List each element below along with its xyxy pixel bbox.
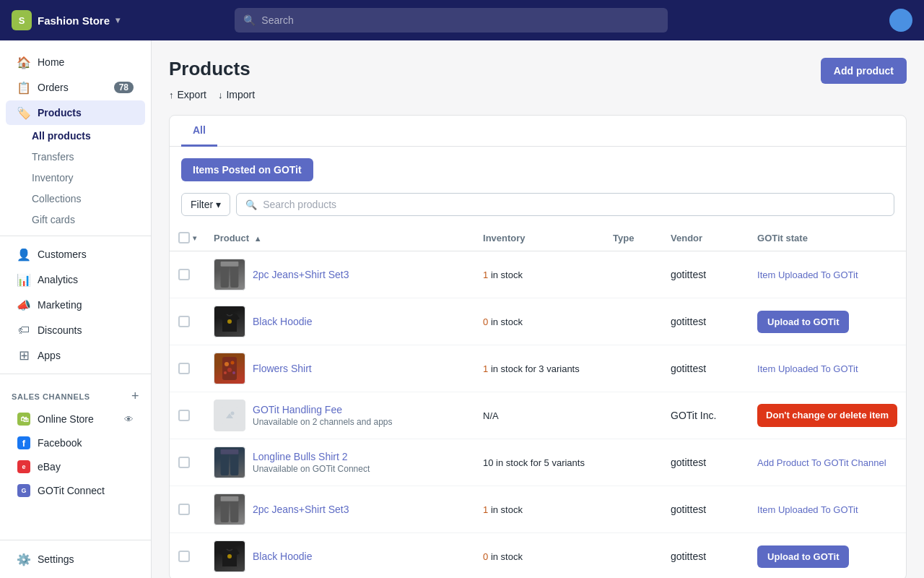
sidebar-item-home[interactable]: 🏠 Home xyxy=(6,50,145,74)
select-all-checkbox[interactable] xyxy=(178,232,190,243)
vendor-cell: gotittest xyxy=(662,345,749,392)
table-row: GOTit Handling Fee Unavailable on 2 chan… xyxy=(170,392,906,439)
product-name-link[interactable]: 2pc Jeans+Shirt Set3 xyxy=(253,504,349,515)
filter-button[interactable]: Filter ▾ xyxy=(181,193,230,216)
sidebar-subitem-collections[interactable]: Collections xyxy=(32,189,145,209)
row-checkbox[interactable] xyxy=(178,457,190,468)
table-row: Black Hoodie 0 in stockgotittestUpload t… xyxy=(170,533,906,579)
sidebar-item-orders[interactable]: 📋 Orders 78 xyxy=(6,75,145,100)
sidebar-subitem-all-products[interactable]: All products xyxy=(32,126,145,146)
col-header-type: Type xyxy=(604,225,662,251)
gotit-state-link[interactable]: Item Uploaded To GOTit xyxy=(757,269,858,280)
search-products-bar: 🔍 xyxy=(236,193,894,216)
row-checkbox[interactable] xyxy=(178,504,190,515)
sidebar: 🏠 Home 📋 Orders 78 🏷️ Products All produ… xyxy=(0,40,152,578)
product-name-link[interactable]: Longline Bulls Shirt 2 xyxy=(253,451,348,462)
sidebar-item-gotit-connect[interactable]: G GOTit Connect xyxy=(6,479,145,502)
row-checkbox[interactable] xyxy=(178,410,190,421)
table-row: 2pc Jeans+Shirt Set3 1 in stockgotittest… xyxy=(170,486,906,533)
gotit-state-link[interactable]: Add Product To GOTit Channel xyxy=(757,457,886,468)
svg-point-18 xyxy=(227,554,232,558)
gotit-state-link[interactable]: Item Uploaded To GOTit xyxy=(757,504,858,515)
page-header: Products ↑ Export ↓ Import Add product xyxy=(169,58,907,103)
import-button[interactable]: ↓ Import xyxy=(218,86,255,103)
add-product-button[interactable]: Add product xyxy=(821,58,907,84)
row-checkbox[interactable] xyxy=(178,363,190,374)
gotit-state-cell: Don't change or delete item xyxy=(749,392,906,439)
export-icon: ↑ xyxy=(169,90,174,100)
product-name-link[interactable]: Black Hoodie xyxy=(253,316,313,327)
tab-all[interactable]: All xyxy=(181,116,217,147)
row-checkbox[interactable] xyxy=(178,269,190,280)
sidebar-item-settings[interactable]: ⚙️ Settings xyxy=(6,547,145,571)
sidebar-item-products[interactable]: 🏷️ Products xyxy=(6,100,145,125)
sidebar-subitem-gift-cards[interactable]: Gift cards xyxy=(32,210,145,230)
gotit-state-cell: Item Uploaded To GOTit xyxy=(749,345,906,392)
sales-channels-title: SALES CHANNELS + xyxy=(0,380,151,407)
dont-change-button[interactable]: Don't change or delete item xyxy=(757,404,897,428)
inventory-cell: 10 in stock for 5 variants xyxy=(474,439,604,486)
product-cell: GOTit Handling Fee Unavailable on 2 chan… xyxy=(205,392,474,439)
inventory-cell: 1 in stock xyxy=(474,486,604,533)
inventory-value: 10 in stock for 5 variants xyxy=(483,457,585,468)
sidebar-item-online-store[interactable]: 🛍 Online Store 👁 xyxy=(6,407,145,431)
gotit-state-link[interactable]: Item Uploaded To GOTit xyxy=(757,363,858,374)
table-row: Longline Bulls Shirt 2 Unavailable on GO… xyxy=(170,439,906,486)
export-button[interactable]: ↑ Export xyxy=(169,86,206,103)
inventory-value: 1 in stock for 3 variants xyxy=(483,363,580,374)
sidebar-label-analytics: Analytics xyxy=(38,274,78,285)
brand-logo[interactable]: S Fashion Store ▾ xyxy=(12,10,120,30)
row-checkbox[interactable] xyxy=(178,551,190,562)
inventory-cell: 1 in stock xyxy=(474,251,604,298)
sidebar-item-marketing[interactable]: 📣 Marketing xyxy=(6,293,145,317)
vendor-cell: gotittest xyxy=(662,251,749,298)
products-table: ▾ Product ▲ Inventory Type Vendor GOTit … xyxy=(170,225,906,578)
vendor-cell: gotittest xyxy=(662,533,749,579)
home-icon: 🏠 xyxy=(17,56,30,69)
product-cell: Black Hoodie xyxy=(205,533,474,579)
sidebar-item-ebay[interactable]: e eBay xyxy=(6,455,145,478)
svg-rect-2 xyxy=(221,262,239,267)
inventory-cell: 0 in stock xyxy=(474,298,604,345)
svg-point-3 xyxy=(227,319,232,324)
sidebar-label-discounts: Discounts xyxy=(38,324,82,336)
main-content: Products ↑ Export ↓ Import Add product xyxy=(152,40,924,578)
search-input[interactable] xyxy=(261,14,659,26)
upload-to-gotit-button[interactable]: Upload to GOTit xyxy=(757,545,849,568)
items-posted-gotit-button[interactable]: Items Posted on GOTit xyxy=(181,158,313,181)
product-name-link[interactable]: GOTit Handling Fee xyxy=(253,404,342,415)
sidebar-item-customers[interactable]: 👤 Customers xyxy=(6,242,145,267)
col-header-product[interactable]: Product ▲ xyxy=(205,225,474,251)
select-dropdown-icon[interactable]: ▾ xyxy=(193,234,196,242)
product-name-link[interactable]: 2pc Jeans+Shirt Set3 xyxy=(253,269,349,280)
sidebar-subitem-transfers[interactable]: Transfers xyxy=(32,147,145,167)
product-name-link[interactable]: Black Hoodie xyxy=(253,551,313,562)
type-cell xyxy=(604,298,662,345)
ebay-label: eBay xyxy=(38,461,61,473)
product-cell: Black Hoodie xyxy=(205,298,474,345)
row-checkbox[interactable] xyxy=(178,316,190,327)
sidebar-item-discounts[interactable]: 🏷 Discounts xyxy=(6,318,145,342)
products-card: All Items Posted on GOTit Filter ▾ 🔍 xyxy=(169,115,907,578)
inventory-cell: 1 in stock for 3 variants xyxy=(474,345,604,392)
search-products-input[interactable] xyxy=(263,199,885,210)
gotit-state-cell: Upload to GOTit xyxy=(749,533,906,579)
product-thumbnail xyxy=(214,400,245,431)
tabs-bar: All xyxy=(170,116,906,147)
add-sales-channel-button[interactable]: + xyxy=(131,389,139,404)
product-name-link[interactable]: Flowers Shirt xyxy=(253,363,312,374)
avatar[interactable] xyxy=(889,9,912,32)
table-row: Flowers Shirt 1 in stock for 3 variantsg… xyxy=(170,345,906,392)
sidebar-subitem-inventory[interactable]: Inventory xyxy=(32,168,145,188)
sidebar-label-orders: Orders xyxy=(38,82,69,93)
vendor-cell: gotittest xyxy=(662,486,749,533)
svg-point-7 xyxy=(227,368,232,372)
inventory-value: 1 in stock xyxy=(483,269,523,280)
sidebar-item-facebook[interactable]: f Facebook xyxy=(6,431,145,454)
col-header-gotit-state: GOTit state xyxy=(749,225,906,251)
sidebar-item-analytics[interactable]: 📊 Analytics xyxy=(6,267,145,292)
col-header-check: ▾ xyxy=(170,225,205,251)
sidebar-item-apps[interactable]: ⊞ Apps xyxy=(6,343,145,368)
upload-to-gotit-button[interactable]: Upload to GOTit xyxy=(757,311,849,333)
eye-icon[interactable]: 👁 xyxy=(124,414,134,425)
